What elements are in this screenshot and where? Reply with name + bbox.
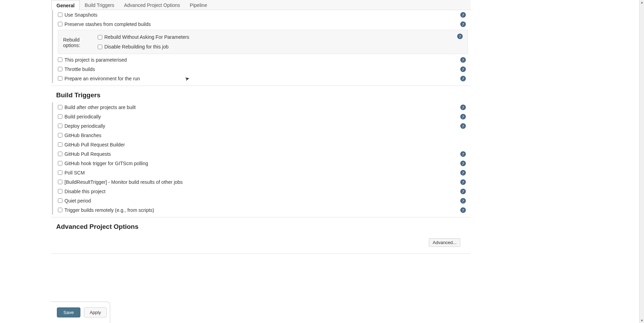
- advanced-button-row: Advanced...: [51, 234, 471, 251]
- rebuild-options-block: Rebuild options: Rebuild Without Asking …: [58, 30, 468, 54]
- checkbox-github-pr-builder[interactable]: [58, 142, 62, 147]
- label-throttle-builds: Throttle builds: [64, 66, 460, 72]
- tab-advanced-project-options[interactable]: Advanced Project Options: [119, 0, 185, 10]
- row-build-after: Build after other projects are built ?: [53, 102, 471, 112]
- label-deploy-periodically: Deploy periodically: [64, 123, 460, 129]
- advanced-options-heading: Advanced Project Options: [51, 217, 471, 234]
- row-github-branches: GitHub Branches: [53, 131, 471, 140]
- checkbox-build-after[interactable]: [58, 105, 62, 109]
- help-icon[interactable]: ?: [457, 34, 463, 39]
- row-build-result-trigger: [BuildResultTrigger] - Monitor build res…: [53, 177, 471, 187]
- label-github-pr-builder: GitHub Pull Request Builder: [64, 142, 467, 147]
- advanced-button[interactable]: Advanced...: [429, 238, 460, 247]
- label-build-result-trigger: [BuildResultTrigger] - Monitor build res…: [64, 179, 460, 185]
- label-preserve-stashes: Preserve stashes from completed builds: [64, 21, 460, 27]
- label-build-periodically: Build periodically: [64, 114, 460, 119]
- help-icon[interactable]: ?: [460, 57, 466, 63]
- rebuild-options-label: Rebuild options:: [63, 37, 98, 48]
- checkbox-prepare-env[interactable]: [58, 76, 62, 81]
- help-icon[interactable]: ?: [460, 189, 466, 194]
- row-quiet-period: Quiet period ?: [53, 196, 471, 205]
- checkbox-github-hook-trigger[interactable]: [58, 161, 62, 165]
- tab-general[interactable]: General: [51, 0, 80, 10]
- label-quiet-period: Quiet period: [64, 198, 460, 204]
- checkbox-github-pull-requests[interactable]: [58, 152, 62, 156]
- help-icon[interactable]: ?: [460, 123, 466, 129]
- label-use-snapshots: Use Snapshots: [64, 12, 460, 18]
- row-build-periodically: Build periodically ?: [53, 112, 471, 121]
- label-rebuild-without-asking: Rebuild Without Asking For Parameters: [104, 34, 189, 40]
- row-disable-project: Disable this project ?: [53, 187, 471, 196]
- checkbox-throttle-builds[interactable]: [58, 67, 62, 71]
- content-area: Use Snapshots ? Preserve stashes from co…: [51, 10, 471, 275]
- build-triggers-heading: Build Triggers: [51, 86, 471, 102]
- checkbox-deploy-periodically[interactable]: [58, 124, 62, 128]
- row-github-pull-requests: GitHub Pull Requests ?: [53, 149, 471, 159]
- general-section: Use Snapshots ? Preserve stashes from co…: [52, 10, 471, 83]
- help-icon[interactable]: ?: [460, 66, 466, 72]
- help-icon[interactable]: ?: [460, 170, 466, 176]
- row-prepare-env: Prepare an environment for the run ?: [53, 74, 471, 83]
- label-build-after: Build after other projects are built: [64, 105, 460, 110]
- help-icon[interactable]: ?: [460, 12, 466, 18]
- checkbox-poll-scm[interactable]: [58, 170, 62, 175]
- row-trigger-remotely: Trigger builds remotely (e.g., from scri…: [53, 205, 471, 215]
- checkbox-disable-project[interactable]: [58, 189, 62, 194]
- rebuild-options-row: Rebuild options: Rebuild Without Asking …: [58, 30, 468, 54]
- checkbox-preserve-stashes[interactable]: [58, 22, 62, 26]
- help-icon[interactable]: ?: [460, 151, 466, 157]
- help-icon[interactable]: ?: [460, 105, 466, 110]
- label-github-pull-requests: GitHub Pull Requests: [64, 151, 460, 157]
- help-icon[interactable]: ?: [460, 179, 466, 185]
- build-triggers-section: Build after other projects are built ? B…: [52, 102, 471, 215]
- row-poll-scm: Poll SCM ?: [53, 168, 471, 177]
- option-disable-rebuilding: Disable Rebuilding for this job: [98, 41, 464, 52]
- config-container: General Build Triggers Advanced Project …: [51, 0, 471, 275]
- checkbox-build-periodically[interactable]: [58, 114, 62, 119]
- checkbox-trigger-remotely[interactable]: [58, 208, 62, 212]
- row-github-pr-builder: GitHub Pull Request Builder: [53, 140, 471, 149]
- checkbox-use-snapshots[interactable]: [58, 12, 62, 17]
- help-icon[interactable]: ?: [460, 198, 466, 204]
- option-rebuild-without-asking: Rebuild Without Asking For Parameters: [98, 33, 464, 41]
- checkbox-quiet-period[interactable]: [58, 198, 62, 203]
- checkbox-github-branches[interactable]: [58, 133, 62, 137]
- label-disable-rebuilding: Disable Rebuilding for this job: [104, 44, 168, 50]
- help-icon[interactable]: ?: [460, 161, 466, 166]
- label-prepare-env: Prepare an environment for the run: [64, 76, 460, 81]
- help-icon[interactable]: ?: [460, 21, 466, 27]
- checkbox-rebuild-without-asking[interactable]: [98, 35, 102, 39]
- help-icon[interactable]: ?: [460, 76, 466, 81]
- label-disable-project: Disable this project: [64, 189, 460, 194]
- row-parameterised: This project is parameterised ?: [53, 55, 471, 64]
- scrollbar[interactable]: ▲ ▼: [639, 0, 644, 275]
- label-github-hook-trigger: GitHub hook trigger for GITScm polling: [64, 161, 460, 166]
- checkbox-build-result-trigger[interactable]: [58, 180, 62, 184]
- help-icon[interactable]: ?: [460, 114, 466, 119]
- rebuild-options-list: Rebuild Without Asking For Parameters Di…: [98, 33, 464, 52]
- row-deploy-periodically: Deploy periodically ?: [53, 121, 471, 131]
- checkbox-disable-rebuilding[interactable]: [98, 45, 102, 49]
- label-parameterised: This project is parameterised: [64, 57, 460, 63]
- tab-pipeline[interactable]: Pipeline: [185, 0, 212, 10]
- label-poll-scm: Poll SCM: [64, 170, 460, 176]
- label-github-branches: GitHub Branches: [64, 133, 467, 138]
- row-github-hook-trigger: GitHub hook trigger for GITScm polling ?: [53, 159, 471, 168]
- label-trigger-remotely: Trigger builds remotely (e.g., from scri…: [64, 207, 460, 213]
- row-throttle-builds: Throttle builds ?: [53, 64, 471, 74]
- tab-build-triggers[interactable]: Build Triggers: [80, 0, 119, 10]
- row-preserve-stashes: Preserve stashes from completed builds ?: [53, 19, 471, 29]
- help-icon[interactable]: ?: [460, 207, 466, 213]
- tabs-bar: General Build Triggers Advanced Project …: [51, 0, 471, 10]
- row-use-snapshots: Use Snapshots ?: [53, 10, 471, 19]
- scroll-up-icon[interactable]: ▲: [639, 0, 644, 5]
- checkbox-parameterised[interactable]: [58, 57, 62, 62]
